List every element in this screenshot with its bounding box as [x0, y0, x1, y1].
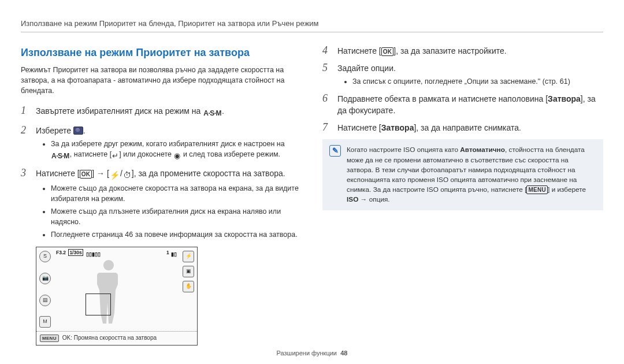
aperture-value: F3.2 — [56, 250, 66, 255]
page-footer: Разширени функции 48 — [21, 349, 603, 358]
step-5: 5 Задайте опции. За списък с опциите, по… — [322, 62, 603, 87]
step-1: 1 Завъртете избирателният диск на режим … — [21, 105, 302, 118]
preview-left-icons: S 📷 ▤ M — [36, 247, 54, 331]
step-number: 4 — [322, 45, 328, 57]
right-column: 4 Натиснете [OK], за да запазите настрой… — [322, 45, 603, 346]
step-number: 1 — [21, 105, 26, 117]
timer-icon: ⏱ — [123, 169, 131, 181]
step3-bullet-2: Можете също да плъзнете избирателния дис… — [51, 206, 302, 227]
txt: , натиснете [ — [70, 150, 112, 158]
camera-icon: 📷 — [39, 273, 51, 284]
txt: ], за да направите снимката. — [414, 123, 521, 132]
shutter-value: 1/30s — [68, 249, 83, 256]
drive-mode-icon: ▣ — [183, 266, 194, 277]
preview-right-icons: ⚡ ▣ ✋ — [180, 247, 197, 331]
flash-mode-icon: ⚡ — [183, 251, 194, 262]
menu-chip-icon: MENU — [40, 335, 59, 343]
m-icon: M — [39, 316, 51, 328]
txt: ] и изберете — [548, 185, 586, 194]
mode-dial-asm-icon: A·S·M — [203, 109, 221, 118]
step1-text-post: . — [222, 106, 224, 116]
auto-label: Автоматично — [460, 146, 505, 154]
txt: Задайте опции. — [337, 64, 396, 73]
txt: и след това изберете режим. — [181, 150, 280, 158]
album-icon: ▤ — [39, 295, 51, 306]
step-number: 3 — [21, 168, 26, 179]
info-note-text: Когато настроите ISO опцията като Автома… — [347, 145, 596, 205]
step-7: 7 Натиснете [Затвора], за да направите с… — [322, 122, 603, 133]
txt: → опция. — [358, 195, 389, 203]
page-number: 48 — [340, 350, 347, 356]
step5-bullet-1: За списък с опциите, погледнете „Опции з… — [352, 76, 603, 87]
txt: / — [120, 169, 122, 178]
section-lead: Режимът Приоритет на затвора ви позволяв… — [21, 65, 302, 96]
txt: Натиснете [ — [36, 169, 80, 178]
step3-bullet-1: Можете също да докоснете скоростта на за… — [51, 183, 302, 204]
preview-center: F3.2 1/30s ▯▯▮▯▯ 1 ▮▯ — [54, 247, 180, 331]
txt: Натиснете [ — [337, 123, 381, 132]
step-6: 6 Подравнете обекта в рамката и натиснет… — [322, 93, 603, 117]
mode-icon: S — [39, 251, 51, 262]
step-number: 2 — [21, 125, 26, 136]
ok-button-icon: OK — [80, 170, 92, 179]
step-4: 4 Натиснете [OK], за да запазите настрой… — [322, 45, 603, 57]
step-number: 5 — [322, 62, 328, 74]
iso-label: ISO — [347, 195, 358, 203]
step2-bullet-1: За да изберете друг режим, когато избира… — [51, 139, 302, 162]
step2-text-post: . — [83, 126, 86, 135]
txt: ] или докоснете — [119, 150, 173, 158]
footer-section: Разширени функции — [277, 350, 337, 356]
txt: Натиснете [ — [337, 46, 381, 55]
preview-footer: MENU OK: Промяна скоростта на затвора — [36, 331, 197, 345]
preview-footer-text: OK: Промяна скоростта на затвора — [62, 334, 157, 343]
step1-text-pre: Завъртете избирателният диск на режим на — [36, 106, 203, 116]
txt: ] → [ — [92, 169, 109, 178]
step-number: 6 — [322, 93, 328, 105]
shutter-label: Затвора — [548, 94, 581, 103]
info-note: ✎ Когато настроите ISO опцията като Авто… — [322, 139, 603, 210]
menu-button-icon: MENU — [526, 185, 548, 194]
txt: За да изберете друг режим, когато избира… — [51, 140, 285, 148]
note-icon: ✎ — [329, 145, 341, 157]
ok-button-icon: OK — [381, 47, 394, 56]
txt: Подравнете обекта в рамката и натиснете … — [337, 94, 548, 103]
step-3: 3 Натиснете [OK] → [⚡/⏱], за да променит… — [21, 168, 302, 240]
header-breadcrumb: Използване на режим Приоритет на бленда,… — [21, 18, 603, 32]
section-title: Използване на режим Приоритет на затвора — [21, 45, 302, 60]
shutter-label: Затвора — [381, 123, 414, 132]
step2-text-pre: Изберете — [36, 126, 73, 135]
shots-left: 1 — [166, 250, 169, 255]
exposure-scale-icon: ▯▯▮▯▯ — [86, 251, 101, 258]
mode-dial-asm-icon: A·S·M — [51, 151, 69, 161]
txt: ], за да запазите настройките. — [393, 46, 506, 55]
mode-touch-icon: ◉ — [174, 151, 180, 161]
step3-bullet-3: Погледнете страница 46 за повече информа… — [51, 229, 302, 240]
focus-frame — [86, 294, 111, 315]
left-column: Използване на режим Приоритет на затвора… — [21, 45, 302, 346]
step-number: 7 — [322, 122, 328, 133]
battery-icon: ▮▯ — [171, 251, 177, 258]
flash-icon: ⚡ — [110, 169, 120, 181]
txt: ], за да промените скоростта на затвора. — [132, 169, 285, 178]
back-icon: ↵ — [112, 151, 118, 161]
preview-top-bar: F3.2 1/30s ▯▯▮▯▯ 1 ▮▯ — [56, 249, 177, 258]
camera-screen-preview: S 📷 ▤ M F3.2 1/30s ▯▯▮▯▯ — [36, 247, 198, 346]
stabilizer-icon: ✋ — [183, 281, 194, 292]
txt: Когато настроите ISO опцията като — [347, 146, 460, 154]
shutter-priority-mode-icon — [73, 127, 83, 135]
step-2: 2 Изберете . За да изберете друг режим, … — [21, 125, 302, 162]
